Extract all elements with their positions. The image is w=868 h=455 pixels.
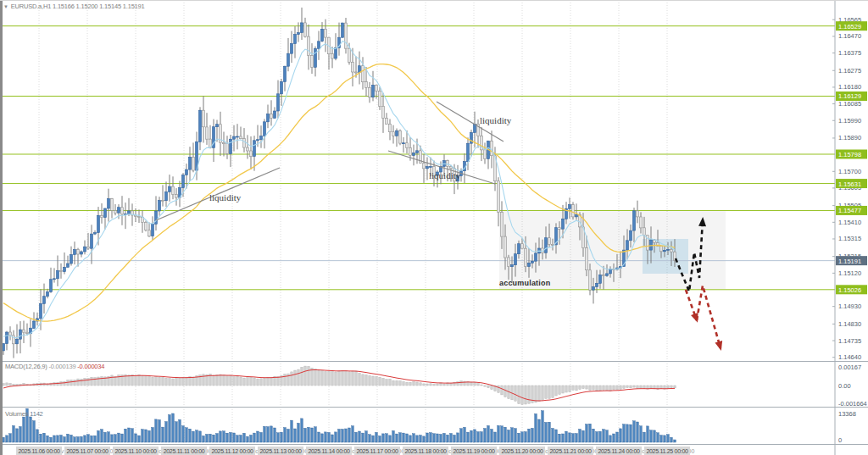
svg-text:13368: 13368 (838, 410, 856, 418)
svg-text:1.14640: 1.14640 (838, 353, 861, 361)
svg-text:2025.11.18 00:00: 2025.11.18 00:00 (404, 448, 447, 454)
chart-header: ▼ EURUSD.a,H1 1.15166 1.15200 1.15145 1.… (3, 3, 145, 10)
svg-text:1.16275: 1.16275 (838, 67, 861, 75)
svg-text:2025.11.06 00:00: 2025.11.06 00:00 (18, 448, 60, 454)
trading-chart-window: 1.165651.164701.163751.162751.161801.160… (0, 0, 868, 455)
svg-text:1.16529: 1.16529 (838, 23, 861, 31)
svg-text:2025.11.21 00:00: 2025.11.21 00:00 (549, 448, 592, 454)
svg-text:0: 0 (110, 448, 114, 454)
svg-text:1.16085: 1.16085 (838, 100, 861, 108)
svg-text:1.15631: 1.15631 (838, 180, 861, 188)
svg-text:1.16470: 1.16470 (838, 32, 861, 40)
svg-text:0: 0 (838, 436, 842, 444)
svg-text:2025.11.07 00:00: 2025.11.07 00:00 (66, 448, 108, 454)
macd-panel (3, 366, 676, 404)
svg-text:1.15191: 1.15191 (838, 258, 861, 265)
candlestick-series (3, 8, 676, 358)
volumes-indicator-label: Volumes 1142 (5, 410, 43, 418)
bearish-scenario-arrow[interactable] (697, 286, 721, 348)
svg-text:1.14735: 1.14735 (838, 337, 861, 345)
svg-text:2025.11.10 00:00: 2025.11.10 00:00 (114, 448, 157, 454)
svg-text:2025.11.14 00:00: 2025.11.14 00:00 (308, 448, 350, 454)
svg-text:2025.11.12 00:00: 2025.11.12 00:00 (211, 448, 253, 454)
svg-text:-0.001664: -0.001664 (838, 400, 867, 408)
svg-text:2025.11.24 00:00: 2025.11.24 00:00 (598, 448, 640, 454)
svg-text:1.15477: 1.15477 (838, 207, 861, 214)
svg-text:2025.11.20 00:00: 2025.11.20 00:00 (501, 448, 543, 454)
chart-title-text: EURUSD.a,H1 1.15166 1.15200 1.15145 1.15… (11, 3, 145, 10)
macd-signal-value: -0.000034 (77, 363, 104, 370)
collapse-triangle-icon[interactable]: ▼ (3, 4, 8, 9)
svg-text:1.15026: 1.15026 (838, 286, 861, 294)
svg-text:1.16375: 1.16375 (838, 49, 861, 57)
liquidity-trendlines (156, 102, 504, 220)
macd-main-value: -0.000139 (48, 363, 75, 370)
svg-text:2025.11.13 00:00: 2025.11.13 00:00 (259, 448, 302, 454)
chart-canvas[interactable]: 1.165651.164701.163751.162751.161801.160… (0, 1, 868, 455)
svg-text:1.14930: 1.14930 (838, 302, 861, 310)
macd-name: MACD(12,26,9) (5, 363, 47, 370)
moving-averages (3, 41, 675, 337)
time-axis[interactable]: ov 00Nov00Nov00Nov00Nov00Nov00Nov002025.… (16, 447, 694, 455)
svg-text:1.15120: 1.15120 (838, 269, 861, 277)
svg-text:1.15410: 1.15410 (838, 219, 861, 226)
panel-frame (0, 1, 868, 455)
svg-text:0.00: 0.00 (838, 382, 851, 390)
liquidity-label: liquidity (480, 115, 511, 125)
svg-text:1.16129: 1.16129 (838, 92, 861, 100)
svg-text:1.15890: 1.15890 (838, 134, 861, 141)
svg-text:0.00167: 0.00167 (838, 363, 861, 371)
volumes-name: Volumes (5, 410, 28, 418)
accumulation-label: accumulation (499, 279, 550, 287)
liquidity-label: liquidity (429, 170, 460, 180)
svg-text:1.15315: 1.15315 (838, 235, 861, 242)
svg-text:1.14830: 1.14830 (838, 320, 861, 328)
svg-text:1.15700: 1.15700 (838, 168, 861, 175)
svg-text:2025.11.25 00:00: 2025.11.25 00:00 (646, 448, 688, 454)
svg-text:2025.11.11 00:00: 2025.11.11 00:00 (164, 448, 205, 454)
ma-fast-line (3, 41, 675, 337)
svg-text:1.16180: 1.16180 (838, 83, 861, 91)
svg-text:2025.11.19 00:00: 2025.11.19 00:00 (453, 448, 495, 454)
macd-indicator-label: MACD(12,26,9) -0.000139 -0.000034 (5, 363, 104, 370)
svg-text:1.15798: 1.15798 (838, 151, 861, 158)
liquidity-label: liquidity (209, 192, 241, 203)
price-axis[interactable]: 1.165651.164701.163751.162751.161801.160… (832, 16, 867, 444)
svg-text:2025.11.17 00:00: 2025.11.17 00:00 (356, 448, 398, 454)
svg-text:1.15990: 1.15990 (838, 117, 861, 125)
range-highlight-rect (643, 239, 688, 274)
volume-panel (3, 408, 676, 442)
volumes-value: 1142 (30, 410, 42, 418)
